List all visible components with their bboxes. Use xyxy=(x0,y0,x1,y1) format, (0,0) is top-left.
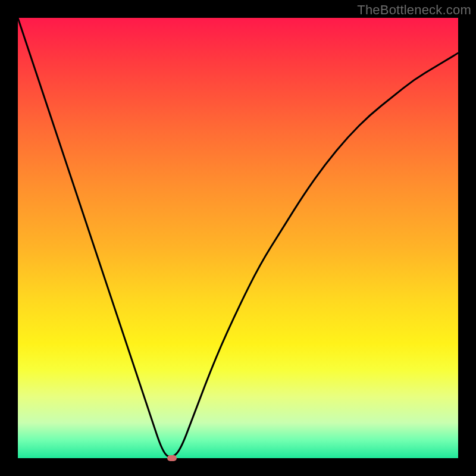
watermark-text: TheBottleneck.com xyxy=(357,2,471,18)
curve-svg xyxy=(18,18,458,458)
optimum-marker xyxy=(167,455,177,461)
plot-area xyxy=(18,18,458,458)
bottleneck-curve xyxy=(18,18,458,457)
chart-frame: TheBottleneck.com xyxy=(0,0,476,476)
